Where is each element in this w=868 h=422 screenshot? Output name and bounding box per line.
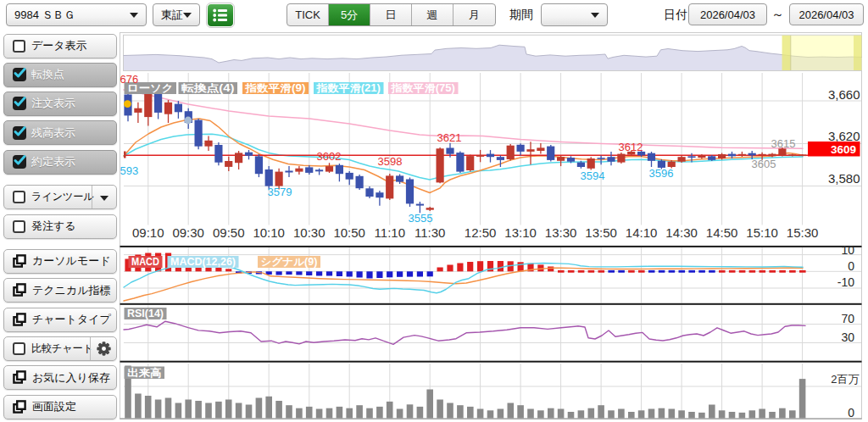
svg-text:11:10: 11:10 [375, 225, 405, 240]
svg-text:14:30: 14:30 [665, 225, 698, 240]
svg-text:11:30: 11:30 [415, 225, 445, 240]
svg-text:-10: -10 [837, 275, 854, 289]
svg-text:14:50: 14:50 [706, 225, 738, 240]
svg-text:転換点(4): 転換点(4) [181, 82, 235, 94]
svg-text:2百万: 2百万 [831, 373, 859, 386]
svg-text:12:50: 12:50 [465, 225, 497, 240]
svg-text:593: 593 [120, 164, 139, 177]
svg-text:70: 70 [841, 312, 854, 325]
svg-text:09:10: 09:10 [132, 225, 164, 240]
svg-text:30: 30 [841, 330, 854, 344]
svg-text:指数平滑(75): 指数平滑(75) [390, 82, 455, 94]
svg-text:10: 10 [841, 243, 854, 257]
svg-text:3612: 3612 [619, 141, 643, 153]
svg-text:指数平滑(9): 指数平滑(9) [244, 82, 305, 94]
svg-text:0: 0 [848, 259, 854, 273]
svg-text:3594: 3594 [581, 169, 605, 182]
svg-text:3596: 3596 [649, 167, 674, 180]
svg-text:10:30: 10:30 [293, 225, 326, 240]
svg-text:3,580: 3,580 [828, 171, 860, 186]
svg-text:3615: 3615 [771, 137, 796, 150]
svg-text:14:10: 14:10 [626, 225, 658, 240]
svg-text:15:30: 15:30 [787, 225, 819, 240]
svg-text:3621: 3621 [437, 131, 462, 144]
svg-text:10:10: 10:10 [253, 225, 285, 240]
svg-text:3605: 3605 [752, 158, 776, 170]
svg-text:676: 676 [120, 73, 139, 86]
svg-text:13:10: 13:10 [504, 225, 537, 240]
svg-text:3609: 3609 [831, 143, 856, 156]
svg-text:MACD(12,26): MACD(12,26) [170, 256, 236, 268]
svg-text:3555: 3555 [409, 212, 433, 225]
svg-text:シグナル(9): シグナル(9) [261, 256, 318, 268]
svg-text:MACD: MACD [131, 256, 159, 268]
svg-text:3579: 3579 [268, 186, 292, 198]
svg-text:出来高: 出来高 [127, 367, 162, 379]
svg-text:0: 0 [848, 406, 854, 419]
svg-text:13:30: 13:30 [545, 225, 577, 240]
svg-text:15:10: 15:10 [746, 225, 778, 240]
svg-text:3,620: 3,620 [828, 129, 860, 143]
svg-text:指数平滑(21): 指数平滑(21) [315, 82, 381, 94]
svg-text:13:50: 13:50 [585, 225, 617, 240]
svg-text:3602: 3602 [317, 150, 342, 163]
svg-text:10:50: 10:50 [333, 225, 365, 240]
svg-text:3,660: 3,660 [828, 87, 860, 102]
svg-text:3598: 3598 [378, 155, 403, 168]
svg-text:RSI(14): RSI(14) [127, 308, 164, 319]
svg-text:09:50: 09:50 [213, 225, 245, 240]
svg-text:09:30: 09:30 [172, 225, 204, 240]
